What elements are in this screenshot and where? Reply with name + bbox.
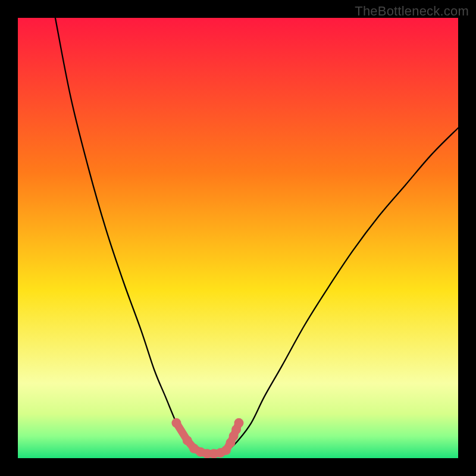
image-frame: TheBottleneck.com [0, 0, 476, 476]
heatmap-background [18, 18, 458, 458]
watermark-text: TheBottleneck.com [355, 4, 469, 19]
marker-dot [183, 436, 192, 445]
plot-area [18, 18, 458, 458]
marker-dot [171, 418, 181, 428]
chart-svg [18, 18, 458, 458]
marker-dot [234, 418, 243, 428]
